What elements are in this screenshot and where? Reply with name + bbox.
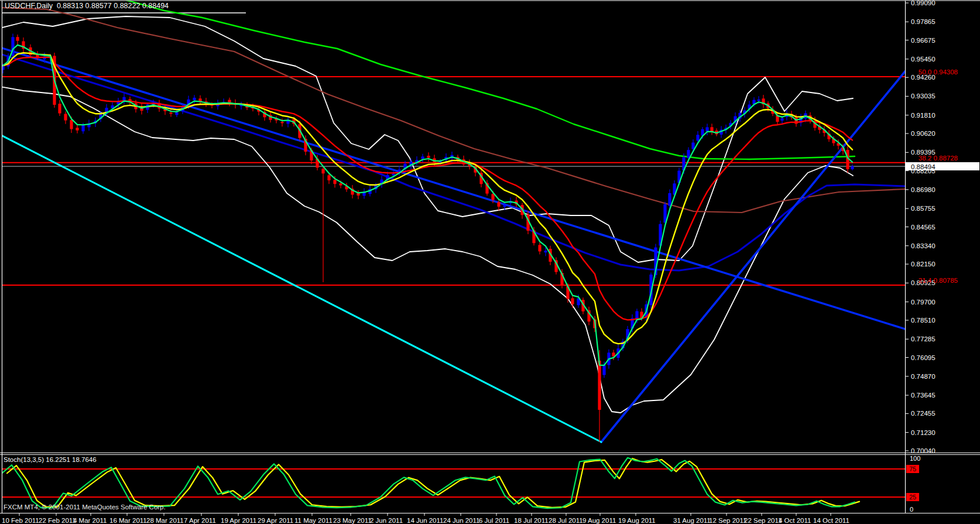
candle-body: [64, 114, 67, 121]
candle-body: [81, 125, 84, 132]
price-tick-label: 0.77285: [911, 335, 936, 343]
chart-ohlc-readout: 0.88313 0.88577 0.88222 0.88494: [57, 2, 169, 10]
chart-canvas[interactable]: 0.990900.978650.966750.954500.942600.930…: [0, 0, 980, 524]
candle-body: [668, 193, 671, 206]
fib-level-label: 38.2 0.88728: [919, 155, 958, 162]
date-label: 2 Jun 2011: [370, 517, 403, 524]
candle-body: [169, 112, 172, 114]
price-tick-label: 0.97865: [911, 18, 936, 25]
candle-body: [327, 175, 330, 180]
date-label: 28 Mar 2011: [146, 517, 184, 524]
price-tick-label: 0.95450: [911, 56, 936, 63]
price-tick-label: 0.72455: [911, 410, 936, 417]
chart-symbol-timeframe: USDCHF,Daily: [5, 2, 53, 10]
candle-body: [392, 174, 395, 176]
candle-body: [705, 127, 708, 131]
mt4-chart-window: 0.990900.978650.966750.954500.942600.930…: [0, 0, 980, 524]
date-label: 22 Feb 2011: [39, 517, 76, 524]
candle-body: [851, 166, 854, 169]
candle-body: [538, 245, 541, 251]
candle-body: [757, 100, 760, 101]
candle-body: [598, 361, 601, 410]
chart-title: USDCHF,Daily 0.88313 0.88577 0.88222 0.8…: [5, 2, 169, 10]
price-tick-label: 0.93035: [911, 93, 936, 100]
date-label: 29 Apr 2011: [258, 517, 293, 524]
candle-body: [70, 120, 73, 129]
price-tick-label: 0.86980: [911, 186, 936, 193]
stoch-level-label: 75: [909, 465, 916, 472]
stochastic-indicator-label: Stoch(13,3,5) 16.2251 18.7646: [4, 456, 97, 463]
price-tick-label: 0.96675: [911, 37, 936, 44]
price-tick-label: 0.74870: [911, 373, 936, 380]
date-label: 4 Oct 2011: [779, 517, 811, 524]
date-label: 11 May 2011: [294, 517, 333, 524]
candle-body: [175, 112, 178, 115]
candle-body: [333, 180, 336, 184]
date-label: 6 Jul 2011: [479, 517, 509, 524]
candle-body: [571, 298, 574, 304]
date-label: 12 Sep 2011: [709, 517, 746, 524]
candle-body: [193, 98, 196, 100]
date-label: 22 Sep 2011: [744, 517, 782, 524]
candle-body: [710, 127, 713, 132]
date-label: 7 Apr 2011: [184, 517, 216, 524]
candle-body: [339, 183, 342, 185]
date-label: 14 Oct 2011: [813, 517, 849, 524]
price-tick-label: 0.79700: [911, 299, 936, 306]
terminal-copyright: FXCM MT4, © 2001-2011 MetaQuotes Softwar…: [4, 504, 166, 511]
price-tick-label: 0.82150: [911, 261, 936, 268]
candle-body: [427, 156, 430, 157]
price-tick-label: 0.76095: [911, 354, 936, 361]
stoch-scale-100: 100: [910, 455, 920, 462]
candle-body: [780, 118, 783, 121]
candle-body: [696, 135, 699, 141]
price-tick-label: 0.78510: [911, 317, 936, 324]
date-label: 16 Mar 2011: [109, 517, 147, 524]
price-tick-label: 0.85755: [911, 205, 936, 212]
candle-body: [497, 202, 500, 207]
date-label: 18 Jul 2011: [514, 517, 549, 524]
date-label: 19 Aug 2011: [618, 517, 656, 524]
candle-body: [491, 194, 494, 200]
stoch-level-label: 25: [909, 494, 916, 501]
price-tick-label: 0.73645: [911, 392, 936, 399]
current-price-label: 0.88494: [911, 163, 936, 170]
price-tick-label: 0.90620: [911, 130, 936, 137]
price-tick-label: 0.91810: [911, 112, 936, 119]
price-tick-label: 0.83340: [911, 242, 936, 249]
date-label: 4 Mar 2011: [73, 517, 107, 524]
date-label: 9 Aug 2011: [582, 517, 616, 524]
candle-body: [691, 142, 694, 149]
date-label: 23 May 2011: [333, 517, 372, 524]
date-label: 19 Apr 2011: [221, 517, 256, 524]
date-label: 28 Jul 2011: [549, 517, 583, 524]
candle-body: [16, 37, 19, 40]
candle-body: [602, 365, 605, 375]
candle-body: [58, 104, 61, 113]
price-tick-label: 0.99090: [911, 0, 936, 6]
fib-level-label: 50.0 0.94308: [919, 69, 958, 76]
date-label: 10 Feb 2011: [2, 517, 39, 524]
stoch-d-value: 18.7646: [72, 456, 97, 463]
price-tick-label: 0.84565: [911, 224, 936, 231]
price-tick-label: 0.71230: [911, 429, 936, 436]
date-label: 31 Aug 2011: [673, 517, 711, 524]
candle-body: [76, 128, 78, 131]
candle-body: [544, 251, 547, 252]
candle-body: [321, 169, 324, 173]
stoch-k-value: 16.2251: [46, 456, 70, 463]
stoch-scale-0: 0: [910, 506, 913, 513]
price-tick-label: 0.70040: [911, 447, 936, 454]
date-label: 24 Jun 2011: [443, 517, 479, 524]
fib-level-label: 21.4 0.80785: [919, 277, 958, 284]
candle-body: [421, 156, 424, 159]
candle-body: [503, 205, 506, 207]
candle-body: [280, 122, 283, 123]
date-label: 14 Jun 2011: [407, 517, 443, 524]
